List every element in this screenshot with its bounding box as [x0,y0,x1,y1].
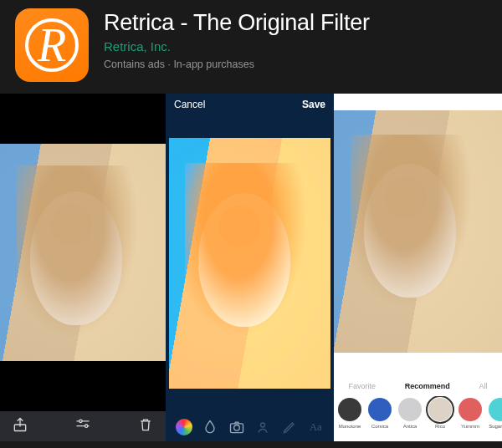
share-icon[interactable] [12,416,28,436]
editor-canvas [166,114,334,413]
filter-strip[interactable]: MonotoneCorsicaAnticaRicoYummmSugarrush [334,396,502,441]
svg-point-5 [261,423,265,427]
person-icon[interactable] [254,419,271,435]
app-icon-glyph: R [25,18,79,72]
filter-swatch[interactable] [398,398,422,421]
photo-preview-3 [334,110,502,353]
filter-topbar [334,94,502,110]
app-meta: Contains ads · In-app purchases [104,59,370,70]
camera-icon[interactable] [228,419,245,435]
app-title: Retrica - The Original Filter [104,10,370,36]
cancel-button[interactable]: Cancel [174,99,205,110]
trash-icon[interactable] [137,416,154,436]
screenshot-1[interactable] [0,94,166,441]
filter-item-rico[interactable]: Rico [428,398,453,441]
filter-item-sugarrush[interactable]: Sugarrush [488,398,502,441]
filter-label: Monotone [339,424,361,429]
filter-label: Yummm [461,424,479,429]
filter-item-antica[interactable]: Antica [397,398,423,441]
sliders-icon[interactable] [74,416,91,436]
filter-swatch[interactable] [368,398,392,421]
photo-viewer [0,94,166,411]
filter-swatch[interactable] [428,398,452,421]
viewer-toolbar [0,411,166,441]
filter-canvas [334,110,502,376]
photo-preview [0,144,166,361]
filter-label: Corsica [371,424,388,429]
tab-recommend[interactable]: Recommend [405,382,450,390]
app-header: R Retrica - The Original Filter Retrica,… [0,0,502,94]
filter-tabs: Favorite Recommend All [334,376,502,396]
screenshots-row: Cancel Save Aa Favorite Recommend All Mo… [0,94,502,441]
filter-item-corsica[interactable]: Corsica [367,398,392,441]
header-text-block: Retrica - The Original Filter Retrica, I… [104,8,370,82]
filter-swatch[interactable] [458,398,482,421]
save-button[interactable]: Save [302,99,325,110]
svg-point-1 [79,420,82,422]
screenshot-2[interactable]: Cancel Save Aa [166,94,334,441]
pencil-icon[interactable] [281,419,298,435]
tab-favorite[interactable]: Favorite [348,382,376,390]
app-icon: R [15,8,89,82]
photo-preview-filtered [169,138,330,389]
filter-swatch[interactable] [338,398,361,421]
svg-point-2 [85,425,88,427]
filter-item-yummm[interactable]: Yummm [458,398,483,441]
filter-item-monotone[interactable]: Monotone [337,398,362,441]
filter-label: Sugarrush [489,424,502,429]
filter-label: Antica [403,424,417,429]
svg-point-4 [233,425,239,431]
text-icon[interactable]: Aa [307,419,324,435]
palette-icon[interactable] [176,419,192,435]
drop-icon[interactable] [202,419,218,435]
editor-topbar: Cancel Save [166,94,334,114]
tab-all[interactable]: All [479,382,488,390]
editor-toolbar: Aa [166,413,334,441]
filter-swatch[interactable] [489,398,502,421]
developer-link[interactable]: Retrica, Inc. [104,39,370,53]
screenshot-3[interactable]: Favorite Recommend All MonotoneCorsicaAn… [334,94,502,441]
filter-label: Rico [435,424,445,429]
